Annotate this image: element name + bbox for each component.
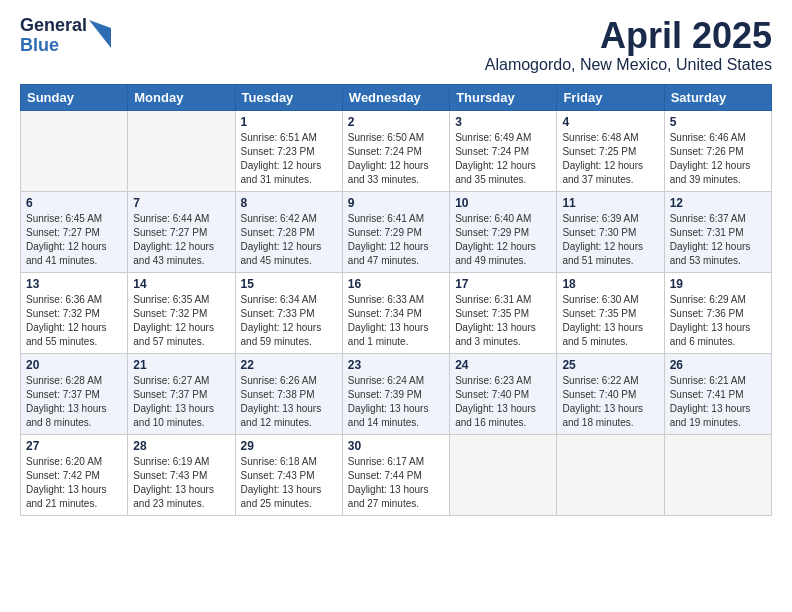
day-info: Sunrise: 6:51 AM Sunset: 7:23 PM Dayligh… [241, 131, 337, 187]
title-month: April 2025 [485, 16, 772, 56]
day-info: Sunrise: 6:39 AM Sunset: 7:30 PM Dayligh… [562, 212, 658, 268]
col-monday: Monday [128, 84, 235, 110]
title-location: Alamogordo, New Mexico, United States [485, 56, 772, 74]
table-row: 15Sunrise: 6:34 AM Sunset: 7:33 PM Dayli… [235, 272, 342, 353]
table-row: 8Sunrise: 6:42 AM Sunset: 7:28 PM Daylig… [235, 191, 342, 272]
day-number: 19 [670, 277, 766, 291]
col-saturday: Saturday [664, 84, 771, 110]
day-number: 11 [562, 196, 658, 210]
table-row: 22Sunrise: 6:26 AM Sunset: 7:38 PM Dayli… [235, 353, 342, 434]
table-row: 29Sunrise: 6:18 AM Sunset: 7:43 PM Dayli… [235, 434, 342, 515]
table-row: 4Sunrise: 6:48 AM Sunset: 7:25 PM Daylig… [557, 110, 664, 191]
day-number: 25 [562, 358, 658, 372]
table-row: 25Sunrise: 6:22 AM Sunset: 7:40 PM Dayli… [557, 353, 664, 434]
table-row [664, 434, 771, 515]
day-info: Sunrise: 6:28 AM Sunset: 7:37 PM Dayligh… [26, 374, 122, 430]
table-row: 13Sunrise: 6:36 AM Sunset: 7:32 PM Dayli… [21, 272, 128, 353]
day-info: Sunrise: 6:34 AM Sunset: 7:33 PM Dayligh… [241, 293, 337, 349]
table-row: 10Sunrise: 6:40 AM Sunset: 7:29 PM Dayli… [450, 191, 557, 272]
calendar-week-row: 20Sunrise: 6:28 AM Sunset: 7:37 PM Dayli… [21, 353, 772, 434]
day-number: 10 [455, 196, 551, 210]
col-friday: Friday [557, 84, 664, 110]
day-number: 22 [241, 358, 337, 372]
calendar-week-row: 1Sunrise: 6:51 AM Sunset: 7:23 PM Daylig… [21, 110, 772, 191]
calendar-week-row: 6Sunrise: 6:45 AM Sunset: 7:27 PM Daylig… [21, 191, 772, 272]
table-row: 28Sunrise: 6:19 AM Sunset: 7:43 PM Dayli… [128, 434, 235, 515]
table-row: 17Sunrise: 6:31 AM Sunset: 7:35 PM Dayli… [450, 272, 557, 353]
day-info: Sunrise: 6:30 AM Sunset: 7:35 PM Dayligh… [562, 293, 658, 349]
day-info: Sunrise: 6:45 AM Sunset: 7:27 PM Dayligh… [26, 212, 122, 268]
day-number: 13 [26, 277, 122, 291]
day-info: Sunrise: 6:37 AM Sunset: 7:31 PM Dayligh… [670, 212, 766, 268]
logo: General Blue [20, 16, 111, 56]
day-info: Sunrise: 6:27 AM Sunset: 7:37 PM Dayligh… [133, 374, 229, 430]
calendar-week-row: 13Sunrise: 6:36 AM Sunset: 7:32 PM Dayli… [21, 272, 772, 353]
col-thursday: Thursday [450, 84, 557, 110]
day-number: 6 [26, 196, 122, 210]
day-number: 7 [133, 196, 229, 210]
day-info: Sunrise: 6:46 AM Sunset: 7:26 PM Dayligh… [670, 131, 766, 187]
table-row: 27Sunrise: 6:20 AM Sunset: 7:42 PM Dayli… [21, 434, 128, 515]
calendar-table: Sunday Monday Tuesday Wednesday Thursday… [20, 84, 772, 516]
day-info: Sunrise: 6:36 AM Sunset: 7:32 PM Dayligh… [26, 293, 122, 349]
table-row: 5Sunrise: 6:46 AM Sunset: 7:26 PM Daylig… [664, 110, 771, 191]
calendar-header-row: Sunday Monday Tuesday Wednesday Thursday… [21, 84, 772, 110]
day-number: 17 [455, 277, 551, 291]
day-number: 24 [455, 358, 551, 372]
day-number: 21 [133, 358, 229, 372]
day-number: 1 [241, 115, 337, 129]
logo-icon [89, 20, 111, 48]
table-row: 12Sunrise: 6:37 AM Sunset: 7:31 PM Dayli… [664, 191, 771, 272]
day-info: Sunrise: 6:21 AM Sunset: 7:41 PM Dayligh… [670, 374, 766, 430]
table-row: 20Sunrise: 6:28 AM Sunset: 7:37 PM Dayli… [21, 353, 128, 434]
day-info: Sunrise: 6:18 AM Sunset: 7:43 PM Dayligh… [241, 455, 337, 511]
day-number: 27 [26, 439, 122, 453]
day-info: Sunrise: 6:20 AM Sunset: 7:42 PM Dayligh… [26, 455, 122, 511]
calendar-week-row: 27Sunrise: 6:20 AM Sunset: 7:42 PM Dayli… [21, 434, 772, 515]
table-row [557, 434, 664, 515]
table-row: 9Sunrise: 6:41 AM Sunset: 7:29 PM Daylig… [342, 191, 449, 272]
logo-general: General [20, 16, 87, 36]
day-number: 3 [455, 115, 551, 129]
day-number: 28 [133, 439, 229, 453]
table-row [21, 110, 128, 191]
table-row [128, 110, 235, 191]
day-info: Sunrise: 6:49 AM Sunset: 7:24 PM Dayligh… [455, 131, 551, 187]
table-row: 30Sunrise: 6:17 AM Sunset: 7:44 PM Dayli… [342, 434, 449, 515]
table-row: 2Sunrise: 6:50 AM Sunset: 7:24 PM Daylig… [342, 110, 449, 191]
table-row: 19Sunrise: 6:29 AM Sunset: 7:36 PM Dayli… [664, 272, 771, 353]
table-row: 23Sunrise: 6:24 AM Sunset: 7:39 PM Dayli… [342, 353, 449, 434]
day-info: Sunrise: 6:23 AM Sunset: 7:40 PM Dayligh… [455, 374, 551, 430]
day-info: Sunrise: 6:50 AM Sunset: 7:24 PM Dayligh… [348, 131, 444, 187]
table-row: 24Sunrise: 6:23 AM Sunset: 7:40 PM Dayli… [450, 353, 557, 434]
day-number: 23 [348, 358, 444, 372]
day-number: 30 [348, 439, 444, 453]
day-number: 15 [241, 277, 337, 291]
day-number: 20 [26, 358, 122, 372]
day-info: Sunrise: 6:48 AM Sunset: 7:25 PM Dayligh… [562, 131, 658, 187]
day-info: Sunrise: 6:40 AM Sunset: 7:29 PM Dayligh… [455, 212, 551, 268]
table-row: 16Sunrise: 6:33 AM Sunset: 7:34 PM Dayli… [342, 272, 449, 353]
table-row: 7Sunrise: 6:44 AM Sunset: 7:27 PM Daylig… [128, 191, 235, 272]
day-info: Sunrise: 6:44 AM Sunset: 7:27 PM Dayligh… [133, 212, 229, 268]
day-info: Sunrise: 6:26 AM Sunset: 7:38 PM Dayligh… [241, 374, 337, 430]
day-info: Sunrise: 6:19 AM Sunset: 7:43 PM Dayligh… [133, 455, 229, 511]
header: General Blue April 2025 Alamogordo, New … [20, 16, 772, 74]
day-number: 8 [241, 196, 337, 210]
table-row: 11Sunrise: 6:39 AM Sunset: 7:30 PM Dayli… [557, 191, 664, 272]
day-number: 12 [670, 196, 766, 210]
col-wednesday: Wednesday [342, 84, 449, 110]
day-number: 2 [348, 115, 444, 129]
day-number: 5 [670, 115, 766, 129]
svg-marker-0 [89, 20, 111, 48]
table-row: 18Sunrise: 6:30 AM Sunset: 7:35 PM Dayli… [557, 272, 664, 353]
day-info: Sunrise: 6:31 AM Sunset: 7:35 PM Dayligh… [455, 293, 551, 349]
day-info: Sunrise: 6:33 AM Sunset: 7:34 PM Dayligh… [348, 293, 444, 349]
day-number: 14 [133, 277, 229, 291]
table-row: 26Sunrise: 6:21 AM Sunset: 7:41 PM Dayli… [664, 353, 771, 434]
page: General Blue April 2025 Alamogordo, New … [0, 0, 792, 612]
table-row: 6Sunrise: 6:45 AM Sunset: 7:27 PM Daylig… [21, 191, 128, 272]
day-info: Sunrise: 6:35 AM Sunset: 7:32 PM Dayligh… [133, 293, 229, 349]
table-row: 14Sunrise: 6:35 AM Sunset: 7:32 PM Dayli… [128, 272, 235, 353]
day-info: Sunrise: 6:24 AM Sunset: 7:39 PM Dayligh… [348, 374, 444, 430]
